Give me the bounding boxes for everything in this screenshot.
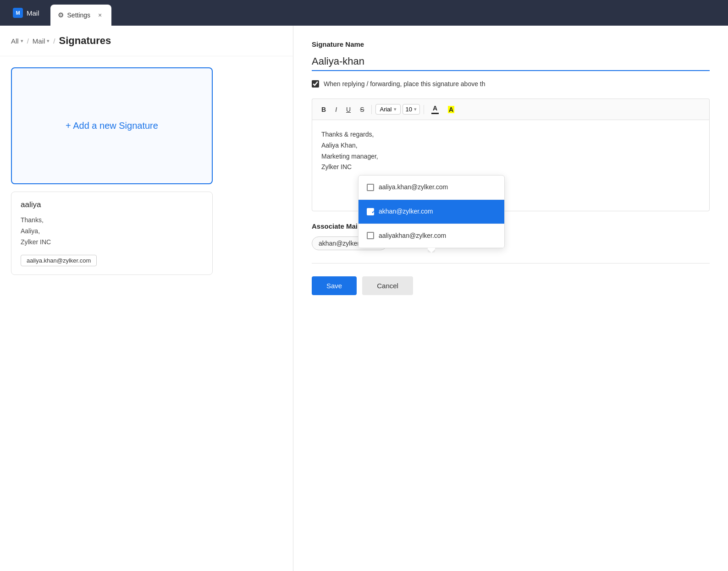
italic-button[interactable]: I bbox=[331, 104, 341, 115]
font-size-select[interactable]: 10 ▾ bbox=[403, 104, 420, 115]
cancel-button[interactable]: Cancel bbox=[362, 276, 413, 295]
font-color-letter: A bbox=[433, 104, 437, 112]
breadcrumb: All ▾ / Mail ▾ / Signatures bbox=[0, 26, 293, 56]
font-family-value: Arial bbox=[380, 106, 392, 113]
editor-line-3: Marketing manager, bbox=[321, 153, 378, 160]
chevron-down-icon-2: ▾ bbox=[47, 38, 50, 44]
section-divider bbox=[312, 263, 710, 264]
reply-forward-checkbox-row: When replying / forwarding, place this s… bbox=[312, 80, 710, 88]
dropdown-email-1: aaliya.khan@zylker.com bbox=[379, 182, 448, 193]
tab-close-button[interactable]: × bbox=[96, 11, 104, 19]
breadcrumb-sep-1: / bbox=[27, 37, 29, 45]
font-family-chevron: ▾ bbox=[394, 106, 397, 112]
font-highlight-button[interactable]: A bbox=[444, 104, 458, 115]
breadcrumb-all[interactable]: All ▾ bbox=[11, 37, 23, 45]
save-button[interactable]: Save bbox=[312, 276, 357, 295]
dropdown-item-2[interactable]: ✓ akhan@zylker.com bbox=[358, 200, 504, 224]
editor-line-2: Aaliya Khan, bbox=[321, 142, 358, 149]
action-buttons: Save Cancel bbox=[312, 276, 710, 295]
sig-name-label: Signature Name bbox=[312, 40, 710, 48]
breadcrumb-all-label: All bbox=[11, 37, 19, 45]
dropdown-checkbox-3 bbox=[367, 232, 374, 239]
dropdown-item-1[interactable]: aaliya.khan@zylker.com bbox=[358, 176, 504, 200]
app-tab[interactable]: M Mail bbox=[6, 8, 47, 18]
breadcrumb-mail-label: Mail bbox=[33, 37, 45, 45]
font-family-select[interactable]: Arial ▾ bbox=[375, 104, 400, 115]
font-highlight-letter: A bbox=[448, 106, 454, 113]
editor-toolbar: B I U S Arial ▾ 10 ▾ A A bbox=[312, 99, 710, 120]
signature-editor[interactable]: Thanks & regards, Aaliya Khan, Marketing… bbox=[312, 120, 710, 211]
dropdown-caret bbox=[428, 248, 435, 253]
dropdown-checkbox-1 bbox=[367, 184, 374, 191]
signature-card-aaliya[interactable]: aaliya Thanks, Aaliya, Zylker INC aaliya… bbox=[11, 192, 213, 275]
app-icon: M bbox=[13, 8, 23, 18]
main-layout: All ▾ / Mail ▾ / Signatures + Add a new … bbox=[0, 26, 728, 571]
dropdown-item-3[interactable]: aaliyakhan@zylker.com bbox=[358, 224, 504, 248]
email-dropdown: aaliya.khan@zylker.com ✓ akhan@zylker.co… bbox=[358, 175, 505, 248]
bold-button[interactable]: B bbox=[318, 104, 330, 115]
preview-line-1: Thanks, bbox=[21, 216, 44, 224]
breadcrumb-sep-2: / bbox=[53, 37, 55, 45]
tab-label: Settings bbox=[67, 11, 91, 19]
editor-content: Thanks & regards, Aaliya Khan, Marketing… bbox=[321, 129, 700, 173]
breadcrumb-signatures: Signatures bbox=[59, 35, 111, 47]
dropdown-checkbox-2: ✓ bbox=[367, 208, 374, 215]
left-panel: All ▾ / Mail ▾ / Signatures + Add a new … bbox=[0, 26, 293, 571]
dropdown-email-2: akhan@zylker.com bbox=[379, 206, 433, 217]
breadcrumb-mail[interactable]: Mail ▾ bbox=[33, 37, 50, 45]
editor-line-1: Thanks & regards, bbox=[321, 131, 374, 138]
font-size-chevron: ▾ bbox=[414, 106, 417, 112]
toolbar-separator-2 bbox=[424, 105, 424, 114]
preview-line-2: Aaliya, bbox=[21, 227, 40, 235]
titlebar: M Mail ⚙ Settings × bbox=[0, 0, 728, 26]
toolbar-separator-1 bbox=[371, 105, 372, 114]
sig-name-input[interactable] bbox=[312, 53, 710, 71]
settings-tab[interactable]: ⚙ Settings × bbox=[50, 5, 112, 26]
sig-card-email: aaliya.khan@zylker.com bbox=[21, 255, 97, 266]
sig-card-preview: Thanks, Aaliya, Zylker INC bbox=[21, 215, 203, 247]
app-label: Mail bbox=[27, 9, 39, 17]
settings-gear-icon: ⚙ bbox=[58, 11, 64, 19]
add-sig-label: + Add a new Signature bbox=[66, 121, 158, 131]
add-new-signature-card[interactable]: + Add a new Signature bbox=[11, 67, 213, 184]
font-size-value: 10 bbox=[406, 106, 412, 113]
font-color-button[interactable]: A bbox=[428, 103, 442, 116]
right-panel: Signature Name When replying / forwardin… bbox=[293, 26, 728, 571]
dropdown-email-3: aaliyakhan@zylker.com bbox=[379, 231, 446, 242]
signature-list: + Add a new Signature aaliya Thanks, Aal… bbox=[0, 56, 293, 286]
page-title: Signatures bbox=[59, 35, 111, 47]
strikethrough-button[interactable]: S bbox=[356, 104, 368, 115]
editor-line-4: Zylker INC bbox=[321, 163, 352, 170]
chevron-down-icon: ▾ bbox=[21, 38, 23, 44]
reply-forward-checkbox[interactable] bbox=[312, 80, 319, 88]
reply-forward-label: When replying / forwarding, place this s… bbox=[324, 80, 485, 88]
sig-card-name: aaliya bbox=[21, 200, 203, 209]
preview-line-3: Zylker INC bbox=[21, 238, 51, 246]
font-color-bar bbox=[431, 113, 439, 114]
underline-button[interactable]: U bbox=[342, 104, 354, 115]
